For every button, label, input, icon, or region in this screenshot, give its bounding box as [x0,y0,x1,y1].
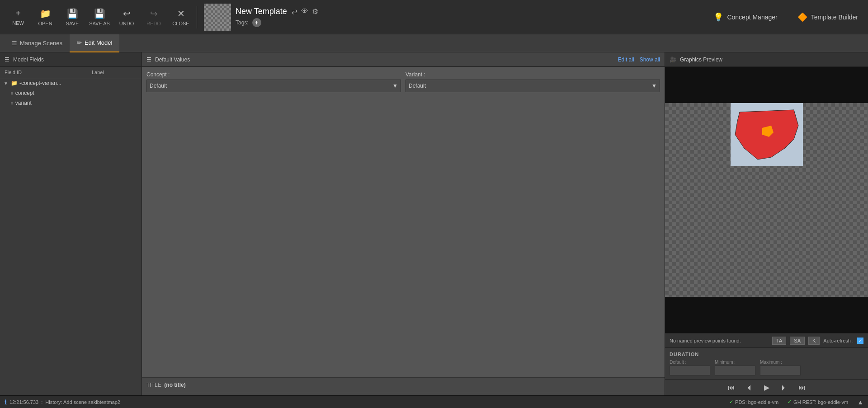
skip-end-button[interactable]: ⏭ [797,382,807,394]
status-expand-button[interactable]: ▲ [857,399,863,406]
secondary-nav: ☰ Manage Scenes ✏ Edit Model [0,34,868,52]
k-button[interactable]: K [808,337,820,345]
status-info-icon: ℹ [5,399,7,406]
right-panel: 🎥 Graphics Preview [665,52,868,408]
model-fields-icon: ☰ [5,56,9,63]
preview-controls-bar: No named preview points found. TA SA K A… [665,333,868,347]
manage-scenes-icon: ☰ [12,40,17,47]
add-tag-button[interactable]: + [252,18,261,27]
save-as-icon: 💾 [94,8,105,19]
minimum-duration-field: Minimum : [715,360,755,375]
new-icon: + [15,8,21,19]
status-right: ✓ PDS: bgo-eddie-vm ✓ GH REST: bgo-eddie… [729,399,863,406]
folder-icon: 📁 [11,80,18,86]
maximum-duration-field: Maximum : [760,360,801,375]
save-icon: 💾 [67,8,78,19]
concept-select[interactable]: Default ▼ [146,80,401,92]
default-values-title: Default Values [155,56,190,63]
line-icon-2: ≡ [11,101,14,106]
undo-label: UNDO [119,21,134,26]
prev-frame-button[interactable]: ⏴ [744,382,755,394]
save-button[interactable]: 💾 SAVE [59,4,86,31]
share-icon[interactable]: ⇄ [292,7,297,16]
save-as-label: SAVE AS [89,21,110,26]
close-button[interactable]: ✕ CLOSE [167,4,194,31]
map-svg [731,103,803,166]
template-info: New Template ⇄ 👁 ⚙ Tags: + [236,7,708,27]
template-thumbnail [204,4,231,31]
save-label: SAVE [66,21,79,26]
tree-variant-item[interactable]: ≡ variant [7,98,142,108]
default-values-actions: Edit all Show all [618,56,660,63]
eye-icon[interactable]: 👁 [301,7,308,16]
gh-rest-status: ✓ GH REST: bgo-eddie-vm [788,399,848,405]
toolbar-right: 💡 Concept Manager 🔶 Template Builder [708,9,863,26]
tree-concept-item[interactable]: ≡ concept [7,88,142,98]
center-empty-area [142,97,665,377]
left-panel: ☰ Model Fields Field ID Label ▼ 📁 -conce… [0,52,142,408]
label-column: Label [92,70,137,75]
default-values-header: ☰ Default Values Edit all Show all [142,52,665,67]
manage-scenes-label: Manage Scenes [20,40,62,47]
redo-icon: ↪ [150,8,158,19]
edit-model-tab[interactable]: ✏ Edit Model [70,34,119,52]
variant-group: Variant : Default ▼ [406,71,660,92]
open-button[interactable]: 📁 OPEN [32,4,59,31]
tree-root-item[interactable]: ▼ 📁 -concept-varian... [0,78,142,88]
template-name: New Template [236,7,287,16]
settings-icon[interactable]: ⚙ [312,7,318,16]
redo-button[interactable]: ↪ REDO [140,4,167,31]
fields-column-header: Field ID Label [0,67,142,78]
concept-manager-button[interactable]: 💡 Concept Manager [708,9,783,26]
template-builder-button[interactable]: 🔶 Template Builder [792,9,863,26]
new-button[interactable]: + NEW [5,4,32,31]
concept-value: Default [150,83,167,89]
default-values-icon: ☰ [146,56,151,63]
variant-select[interactable]: Default ▼ [406,80,660,92]
ta-button[interactable]: TA [772,337,786,345]
play-button[interactable]: ▶ [762,381,771,394]
preview-image [731,103,803,166]
manage-scenes-tab[interactable]: ☰ Manage Scenes [5,34,70,52]
variant-dropdown-icon: ▼ [651,83,657,89]
auto-refresh-label: Auto-refresh : [823,338,854,343]
template-builder-label: Template Builder [811,14,858,21]
maximum-duration-label: Maximum : [760,360,801,365]
auto-refresh-checkbox[interactable]: ✓ [857,338,863,344]
default-duration-input[interactable] [670,366,710,375]
tree-root-label: -concept-varian... [19,80,61,86]
redo-label: REDO [146,21,161,26]
undo-button[interactable]: ↩ UNDO [113,4,140,31]
show-all-button[interactable]: Show all [640,56,660,63]
tags-label: Tags: [236,19,249,26]
concept-manager-label: Concept Manager [727,14,777,21]
preview-black-bottom [665,297,868,333]
skip-start-button[interactable]: ⏮ [726,382,737,394]
field-id-column: Field ID [5,70,92,75]
title-label: TITLE: [146,382,163,388]
open-icon: 📁 [40,8,51,19]
minimum-duration-input[interactable] [715,366,755,375]
save-as-button[interactable]: 💾 SAVE AS [86,4,113,31]
sa-button[interactable]: SA [790,337,805,345]
preview-black-top [665,67,868,103]
title-bar: TITLE: (no title) [142,377,665,392]
template-action-icons: ⇄ 👁 ⚙ [292,7,318,16]
gh-rest-label: GH REST: bgo-eddie-vm [793,399,848,405]
default-duration-field: Default : [670,360,710,375]
maximum-duration-input[interactable] [760,366,801,375]
concept-dropdown-icon: ▼ [392,83,398,89]
template-builder-icon: 🔶 [797,12,807,22]
status-history-msg: History: Add scene sakibtestmap2 [45,399,120,405]
default-values-left: ☰ Default Values [146,56,190,63]
status-time: 12:21:56.733 [9,399,38,405]
duration-fields: Default : Minimum : Maximum : [670,360,863,375]
graphics-preview-title: Graphics Preview [680,56,722,63]
variant-label: Variant : [406,71,660,78]
pds-status: ✓ PDS: bgo-eddie-vm [729,399,778,405]
close-label: CLOSE [172,21,189,26]
next-frame-button[interactable]: ⏵ [778,382,789,394]
open-label: OPEN [38,21,52,26]
playback-controls: ⏮ ⏴ ▶ ⏵ ⏭ [665,379,868,395]
edit-all-button[interactable]: Edit all [618,56,634,63]
